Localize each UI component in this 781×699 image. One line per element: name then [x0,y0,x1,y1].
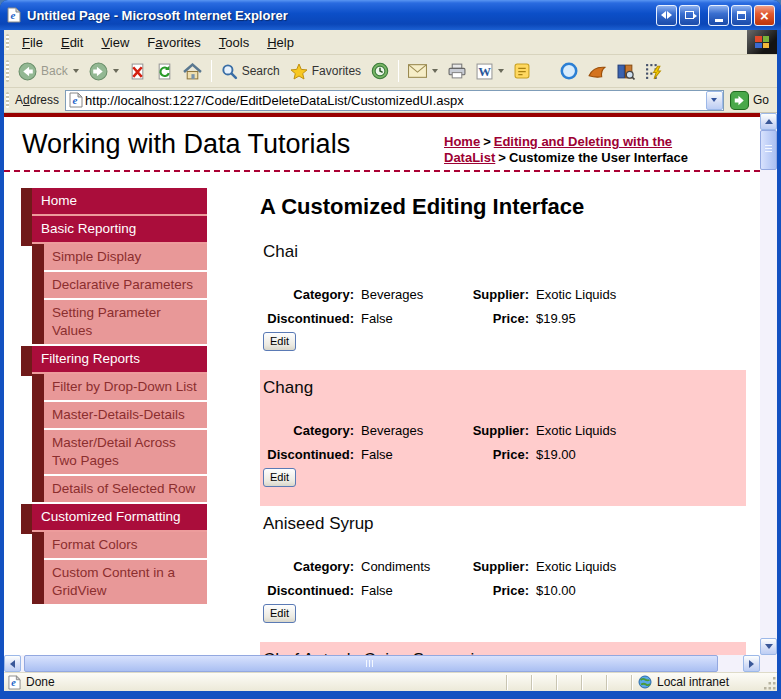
horizontal-scrollbar[interactable] [4,655,760,672]
category-label: Category: [263,559,354,575]
supplier-value: Exotic Liquids [529,287,746,303]
menu-view[interactable]: View [92,31,138,54]
edit-with-word-button[interactable]: W [471,60,509,83]
vertical-scrollbar[interactable] [760,113,777,655]
addressbar-grip[interactable] [6,92,9,109]
fox-addon-button[interactable] [583,61,612,82]
edit-word-icon: W [476,63,493,80]
print-icon [448,63,466,79]
scroll-up-button[interactable] [760,113,777,130]
history-button[interactable] [366,59,394,83]
sidebar-item-setting-parameter-values[interactable]: Setting Parameter Values [44,300,207,344]
menubar: File Edit View Favorites Tools Help [4,30,777,55]
edit-button[interactable]: Edit [263,604,296,623]
popout-icon [685,11,694,19]
sidebar-item-custom-content[interactable]: Custom Content in a GridView [44,560,207,604]
messenger-button[interactable] [555,59,583,83]
stop-button[interactable] [124,60,151,83]
sidebar-item-declarative-parameters[interactable]: Declarative Parameters [44,272,207,298]
supplier-label: Supplier: [461,423,529,439]
horizontal-scroll-thumb[interactable] [24,655,718,672]
arrow-down-icon [765,644,773,649]
discontinued-label: Discontinued: [263,583,354,599]
address-dropdown-button[interactable] [706,91,723,110]
resize-grip[interactable] [763,675,777,690]
search-icon [221,63,238,80]
main-content: A Customized Editing Interface Chai Cate… [260,194,746,655]
sidebar-item-format-colors[interactable]: Format Colors [44,532,207,558]
address-field: e [65,90,724,111]
toolbar-grip[interactable] [6,60,9,82]
price-label: Price: [461,583,529,599]
refresh-button[interactable] [151,60,178,83]
research-button[interactable] [612,60,640,83]
search-button[interactable]: Search [216,60,285,83]
stop-icon [129,63,146,80]
close-button[interactable]: × [754,5,775,26]
mail-icon [408,64,427,78]
popout-button[interactable] [679,5,700,26]
toolbar-separator [211,60,212,82]
go-button[interactable]: Go [724,91,777,110]
minimize-icon [715,19,723,22]
forward-button[interactable] [84,59,124,84]
category-label: Category: [263,423,354,439]
titlebar: e Untitled Page - Microsoft Internet Exp… [0,0,781,30]
vertical-scroll-thumb[interactable] [760,130,777,170]
close-icon: × [760,8,769,23]
scrollbar-corner [760,655,777,672]
scroll-left-button[interactable] [4,655,21,672]
menubar-grip[interactable] [6,34,9,51]
page-title: A Customized Editing Interface [260,194,746,220]
breadcrumb: Home>Editing and Deleting with the DataL… [444,134,746,166]
category-value: Beverages [354,287,461,303]
ie-page-icon: e [69,92,83,108]
sidebar-item-filtering-reports[interactable]: Filtering Reports [32,346,207,374]
edit-with-word-dropdown-icon [498,69,504,73]
sidebar-subgroup-customized-formatting: Format Colors Custom Content in a GridVi… [32,532,207,604]
sidebar-item-home[interactable]: Home [32,188,207,216]
page-viewport: Working with Data Tutorials Home>Editing… [4,113,760,655]
minimize-button[interactable] [708,5,729,26]
address-input[interactable] [83,92,706,109]
edit-button[interactable]: Edit [263,332,296,351]
home-button[interactable] [178,60,207,83]
page-header: Working with Data Tutorials Home>Editing… [4,117,760,172]
tile-windows-button[interactable] [656,5,677,26]
sidebar-item-filter-by-drop-down-list[interactable]: Filter by Drop-Down List [44,374,207,400]
maximize-button[interactable] [731,5,752,26]
sidebar-item-basic-reporting[interactable]: Basic Reporting [32,216,207,244]
sidebar-item-master-details-details[interactable]: Master-Details-Details [44,402,207,428]
product-details: Category: Beverages Supplier: Exotic Liq… [263,287,746,327]
security-zone-text: Local intranet [657,675,729,689]
breadcrumb-link-home[interactable]: Home [444,134,480,149]
mail-button[interactable] [403,61,443,81]
menu-file[interactable]: File [13,31,52,54]
print-button[interactable] [443,60,471,82]
product-name: Chai [263,242,746,262]
back-button[interactable]: Back [13,59,84,84]
breadcrumb-separator: > [498,150,506,165]
favorites-button[interactable]: Favorites [285,60,366,83]
browser-window: e Untitled Page - Microsoft Internet Exp… [0,0,781,699]
price-value: $10.00 [529,583,746,599]
scroll-right-button[interactable] [743,655,760,672]
grid-bolt-addon-button[interactable] [640,60,667,83]
menu-help[interactable]: Help [258,31,303,54]
sidebar-item-details-of-selected-row[interactable]: Details of Selected Row [44,476,207,502]
go-label: Go [753,93,769,107]
edit-button[interactable]: Edit [263,468,296,487]
scroll-down-button[interactable] [760,638,777,655]
menu-tools[interactable]: Tools [210,31,258,54]
discuss-button[interactable] [509,60,535,82]
supplier-value: Exotic Liquids [529,423,746,439]
back-label: Back [41,64,68,78]
menu-edit[interactable]: Edit [52,31,92,54]
home-icon [183,63,202,80]
sidebar-item-customized-formatting[interactable]: Customized Formatting [32,504,207,532]
sidebar-item-master-detail-across-two-pages[interactable]: Master/Detail Across Two Pages [44,430,207,474]
menu-favorites[interactable]: Favorites [138,31,209,54]
refresh-icon [156,63,173,80]
category-value: Condiments [354,559,461,575]
sidebar-item-simple-display[interactable]: Simple Display [44,244,207,270]
